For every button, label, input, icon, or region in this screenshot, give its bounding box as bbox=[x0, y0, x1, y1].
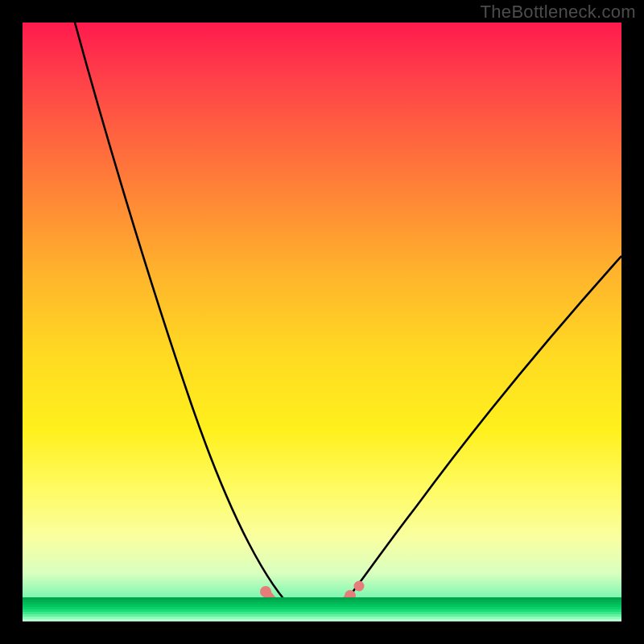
svg-point-0 bbox=[260, 586, 271, 597]
valley-markers bbox=[260, 586, 356, 621]
watermark-text: TheBottleneck.com bbox=[481, 2, 636, 23]
curve-layer bbox=[23, 23, 621, 621]
chart-plot-area bbox=[23, 23, 621, 621]
right-curve bbox=[336, 256, 621, 613]
left-curve bbox=[75, 23, 296, 613]
svg-point-2 bbox=[276, 606, 287, 617]
svg-point-6 bbox=[324, 609, 336, 621]
svg-point-1 bbox=[268, 598, 279, 609]
svg-point-7 bbox=[337, 599, 349, 610]
valley-gap-dot bbox=[354, 581, 365, 592]
svg-point-8 bbox=[345, 590, 356, 601]
svg-point-3 bbox=[287, 610, 299, 621]
